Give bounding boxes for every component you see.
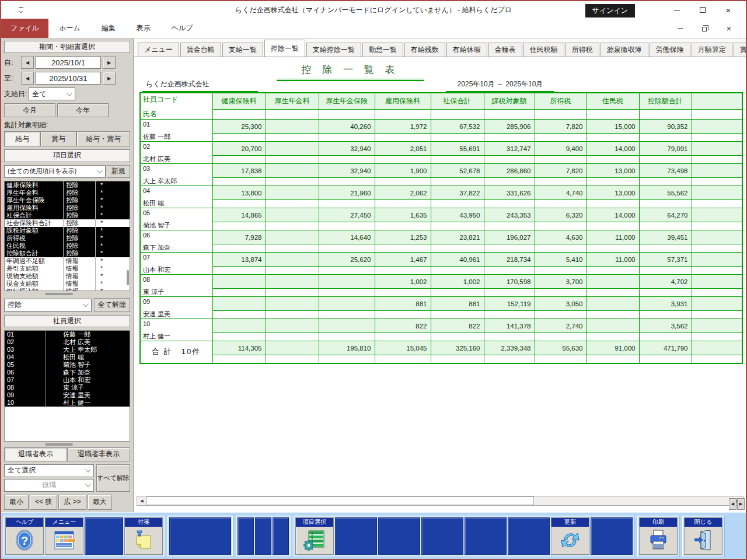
from-next-button[interactable]: ▶	[103, 56, 116, 69]
width-wide-button[interactable]: 広 >>	[58, 495, 86, 510]
select-all-select[interactable]: 全て選択	[4, 464, 94, 477]
item-row[interactable]: 差引支給額情報*	[5, 265, 130, 272]
employee-list[interactable]: 01佐藤 一郎02北村 広美03大上 幸太郎04松田 聡05菊池 智子06森下 …	[4, 330, 130, 442]
tab-源泉徴収簿[interactable]: 源泉徴収簿	[601, 43, 648, 57]
signin-button[interactable]: サインイン	[585, 4, 635, 18]
toolbar-blank-button[interactable]	[508, 517, 550, 555]
tab-支給一覧[interactable]: 支給一覧	[222, 43, 263, 57]
toolbar-blank-button[interactable]	[273, 517, 289, 555]
tab-金種表[interactable]: 金種表	[488, 43, 522, 57]
tab-scroll-right-button[interactable]: ▶	[737, 498, 745, 510]
from-prev-button[interactable]: ◀	[21, 56, 34, 69]
help-button[interactable]: ヘルプ ?	[5, 517, 44, 555]
doc-restore-button[interactable]	[692, 19, 717, 38]
tab-scroll-left-button[interactable]: ◀	[729, 498, 736, 510]
item-row[interactable]: 健康保険料控除*	[5, 181, 130, 189]
category-select[interactable]: 控除	[4, 299, 92, 312]
retiree-hide-button[interactable]: 退職者非表示	[67, 447, 130, 461]
toolbar-blank-button[interactable]	[335, 517, 377, 555]
target-salary-button[interactable]: 給与	[4, 131, 40, 146]
item-row[interactable]: 厚生年金料控除*	[5, 189, 130, 197]
item-row[interactable]: 社保合計控除*	[5, 212, 130, 219]
to-next-button[interactable]: ▶	[103, 72, 116, 85]
item-row[interactable]: 銀行振込額情報*	[5, 288, 130, 291]
employee-row[interactable]: 02北村 広美	[5, 338, 130, 346]
width-max-button[interactable]: 最大	[88, 495, 112, 510]
tab-労働保険[interactable]: 労働保険	[650, 43, 690, 57]
employee-row[interactable]: 07山本 和宏	[5, 376, 130, 384]
sticky-note-button[interactable]: 付箋	[124, 517, 163, 555]
menu-file[interactable]: ファイル	[1, 19, 48, 38]
menu-edit[interactable]: 編集	[91, 19, 126, 38]
menu-button[interactable]: メニュー	[45, 517, 83, 555]
item-list[interactable]: 健康保険料控除*厚生年金料控除*厚生年金保険控除*雇用保険料控除*社保合計控除*…	[4, 181, 130, 291]
item-row[interactable]: 社会保険料合計控除*	[5, 219, 130, 227]
tab-有給休暇[interactable]: 有給休暇	[446, 43, 487, 57]
item-row[interactable]: 控除額合計控除*	[5, 250, 130, 257]
toolbar-blank-button[interactable]	[378, 517, 420, 555]
employee-row[interactable]: 10村上 健一	[5, 399, 130, 407]
item-list-hscrollbar[interactable]	[4, 291, 130, 297]
report-hscrollbar[interactable]: ◀ ▶	[137, 496, 743, 506]
item-select-button[interactable]: 項目選択	[295, 517, 334, 555]
item-row[interactable]: 現金支給額情報*	[5, 280, 130, 288]
doc-minimize-button[interactable]	[668, 19, 692, 38]
tab-有給残数[interactable]: 有給残数	[404, 43, 445, 57]
item-row[interactable]: 厚生年金保険控除*	[5, 197, 130, 204]
item-clear-button[interactable]: 全て解除	[94, 298, 130, 312]
retiree-show-button[interactable]: 退職者表示	[4, 447, 67, 461]
item-row[interactable]: 住民税控除*	[5, 242, 130, 250]
tab-賞与支払[interactable]: 賞与支払	[734, 43, 746, 57]
item-row[interactable]: 年調過不足額情報*	[5, 257, 130, 265]
to-prev-button[interactable]: ◀	[21, 72, 34, 85]
employee-row[interactable]: 08東 涼子	[5, 384, 130, 391]
toolbar-blank-button[interactable]	[465, 517, 507, 555]
doc-close-button[interactable]: ×	[717, 19, 741, 38]
tab-控除一覧[interactable]: 控除一覧	[264, 40, 305, 57]
item-filter-select[interactable]: (全ての使用項目を表示)	[4, 165, 106, 178]
item-row[interactable]: 課税対象額控除*	[5, 227, 130, 235]
role-select[interactable]: 役職	[4, 479, 94, 492]
employee-row[interactable]: 04松田 聡	[5, 354, 130, 361]
close-button[interactable]: ×	[715, 1, 741, 19]
this-month-button[interactable]: 今月	[4, 103, 55, 117]
toolbar-blank-button[interactable]	[591, 517, 633, 555]
item-list-vscroll-thumb[interactable]	[127, 270, 129, 285]
tab-賃金台帳[interactable]: 賃金台帳	[180, 43, 221, 57]
employee-row[interactable]: 09安達 里美	[5, 391, 130, 399]
toolbar-blank-button[interactable]	[255, 517, 271, 555]
width-min-button[interactable]: 最小	[4, 495, 29, 510]
to-date-field[interactable]: 2025/10/31	[36, 72, 101, 85]
item-row[interactable]: 現物支給額情報*	[5, 272, 130, 280]
menu-home[interactable]: ホーム	[48, 19, 91, 38]
toolbar-blank-button[interactable]	[421, 517, 463, 555]
tab-メニュー[interactable]: メニュー	[138, 43, 179, 57]
this-year-button[interactable]: 今年	[57, 103, 109, 117]
target-both-button[interactable]: 給与・賞与	[76, 131, 130, 146]
employee-clear-button[interactable]: すべて解除	[96, 464, 130, 492]
menu-help[interactable]: ヘルプ	[161, 19, 204, 38]
tab-所得税[interactable]: 所得税	[566, 43, 599, 57]
maximize-button[interactable]	[690, 1, 715, 19]
item-row[interactable]: 所得税控除*	[5, 235, 130, 242]
tab-支給控除一覧[interactable]: 支給控除一覧	[306, 43, 361, 57]
new-item-button[interactable]: 新規	[107, 165, 130, 178]
employee-list-hscrollbar[interactable]	[4, 442, 130, 447]
width-narrow-button[interactable]: << 狭	[30, 495, 57, 510]
close-window-button[interactable]: 閉じる	[684, 517, 722, 555]
toolbar-blank-button[interactable]	[85, 517, 123, 555]
payday-select[interactable]: 全て	[29, 88, 75, 100]
tab-勤怠一覧[interactable]: 勤怠一覧	[362, 43, 403, 57]
item-row[interactable]: 雇用保険料控除*	[5, 204, 130, 212]
employee-row[interactable]: 03大上 幸太郎	[5, 346, 130, 354]
toolbar-blank-button[interactable]	[169, 517, 231, 555]
from-date-field[interactable]: 2025/10/1	[36, 56, 101, 69]
print-button[interactable]: 印刷	[639, 517, 678, 555]
employee-row[interactable]: 01佐藤 一郎	[5, 331, 130, 338]
scroll-thumb[interactable]	[146, 496, 534, 505]
employee-row[interactable]: 05菊池 智子	[5, 361, 130, 369]
update-button[interactable]: 更新	[551, 517, 589, 555]
toolbar-blank-button[interactable]	[238, 517, 254, 555]
menu-view[interactable]: 表示	[126, 19, 161, 38]
tab-月額算定[interactable]: 月額算定	[692, 43, 732, 57]
